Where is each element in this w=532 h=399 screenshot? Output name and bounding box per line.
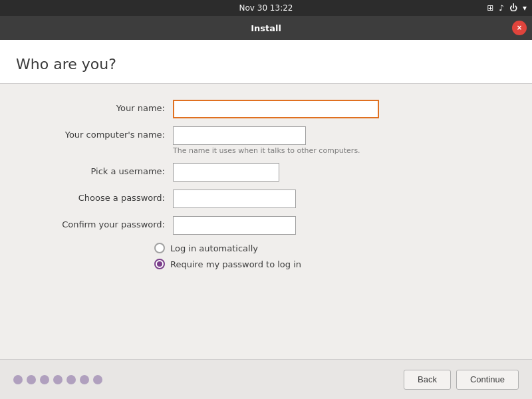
step-dot-3 xyxy=(40,375,49,384)
computer-name-hint: The name it uses when it talks to other … xyxy=(173,146,360,155)
password-label: Choose a password: xyxy=(27,190,173,203)
step-indicators xyxy=(13,375,102,384)
your-name-row: Your name: xyxy=(0,100,532,118)
confirm-password-label: Confirm your password: xyxy=(27,216,173,229)
password-input[interactable] xyxy=(173,190,296,208)
your-name-input[interactable] xyxy=(173,100,379,118)
step-dot-1 xyxy=(13,375,23,384)
system-datetime: Nov 30 13:22 xyxy=(239,3,293,13)
close-button[interactable]: × xyxy=(512,21,527,35)
step-dot-5 xyxy=(66,375,76,384)
confirm-password-input[interactable] xyxy=(173,216,296,235)
page-heading-section: Who are you? xyxy=(0,40,532,84)
power-icon[interactable]: ⏻ xyxy=(509,3,517,13)
password-row: Choose a password: xyxy=(0,190,532,208)
main-content: Who are you? Your name: Your computer's … xyxy=(0,40,532,399)
step-dot-2 xyxy=(27,375,36,384)
computer-name-field-group: The name it uses when it talks to other … xyxy=(173,126,360,155)
username-row: Pick a username: xyxy=(0,163,532,182)
system-bar: Nov 30 13:22 ⊞ ♪ ⏻ ▾ xyxy=(0,0,532,16)
your-name-label: Your name: xyxy=(27,100,173,113)
radio-auto-login-indicator[interactable] xyxy=(154,243,165,253)
step-dot-6 xyxy=(80,375,89,384)
menu-down-icon[interactable]: ▾ xyxy=(523,3,527,13)
radio-require-password-row[interactable]: Require my password to log in xyxy=(0,259,532,269)
bottom-bar: Back Continue xyxy=(0,359,532,399)
title-bar: Install × xyxy=(0,16,532,40)
radio-auto-login-label[interactable]: Log in automatically xyxy=(170,243,258,253)
computer-name-label: Your computer's name: xyxy=(27,126,173,140)
computer-name-input[interactable] xyxy=(173,126,306,145)
form-area: Your name: Your computer's name: The nam… xyxy=(0,84,532,359)
radio-require-password-label[interactable]: Require my password to log in xyxy=(170,259,301,269)
username-field-group xyxy=(173,163,279,182)
your-name-field-group xyxy=(173,100,379,118)
password-field-group xyxy=(173,190,296,208)
back-button[interactable]: Back xyxy=(404,370,451,390)
step-dot-4 xyxy=(53,375,63,384)
system-icons: ⊞ ♪ ⏻ ▾ xyxy=(487,3,527,13)
step-dot-7 xyxy=(93,375,102,384)
username-input[interactable] xyxy=(173,163,279,182)
nav-buttons: Back Continue xyxy=(404,370,519,390)
confirm-password-row: Confirm your password: xyxy=(0,216,532,235)
volume-icon[interactable]: ♪ xyxy=(499,3,504,13)
computer-name-row: Your computer's name: The name it uses w… xyxy=(0,126,532,155)
radio-require-password-indicator[interactable] xyxy=(154,259,165,269)
page-title: Who are you? xyxy=(16,56,516,72)
radio-auto-login-row[interactable]: Log in automatically xyxy=(0,243,532,253)
confirm-password-field-group xyxy=(173,216,296,235)
continue-button[interactable]: Continue xyxy=(456,370,519,390)
username-label: Pick a username: xyxy=(27,163,173,176)
window-title: Install xyxy=(251,23,281,33)
network-icon[interactable]: ⊞ xyxy=(487,3,493,13)
